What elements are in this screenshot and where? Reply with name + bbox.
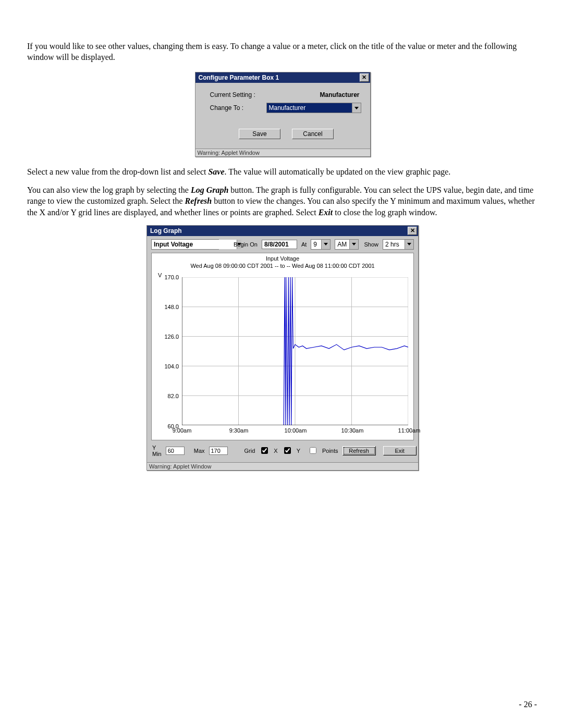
page-number: - 26 -	[519, 700, 537, 709]
paragraph-loggraph: You can also view the log graph by selec…	[27, 184, 538, 217]
ymax-label: Max	[194, 448, 205, 454]
points-checkbox[interactable]	[310, 447, 316, 454]
hour-dropdown[interactable]	[311, 239, 331, 250]
dropdown-arrow-icon[interactable]	[321, 240, 330, 249]
exit-button[interactable]: Exit	[383, 446, 417, 455]
dialog-titlebar: Log Graph ✕	[147, 226, 418, 236]
x-tick-label: 11:00am	[398, 427, 421, 434]
ampm-dropdown[interactable]	[335, 239, 359, 250]
change-to-dropdown[interactable]	[266, 103, 361, 113]
show-range-input[interactable]	[383, 240, 405, 249]
save-button[interactable]: Save	[239, 129, 280, 139]
close-icon[interactable]: ✕	[360, 73, 369, 82]
points-label: Points	[322, 448, 338, 454]
begin-date-input[interactable]	[262, 240, 297, 249]
chart-subtitle: Wed Aug 08 09:00:00 CDT 2001 -- to -- We…	[152, 263, 413, 269]
dialog-titlebar: Configure Parameter Box 1 ✕	[195, 72, 370, 83]
dropdown-arrow-icon[interactable]	[405, 240, 413, 249]
x-tick-label: 9:00am	[173, 427, 192, 434]
y-tick-label: 170.0	[156, 274, 179, 280]
log-graph-dialog: Log Graph ✕ Begin On At Show	[146, 225, 419, 471]
applet-warning: Warning: Applet Window	[195, 149, 370, 156]
paragraph-save: Select a new value from the drop-down li…	[27, 166, 538, 177]
y-tick-label: 126.0	[156, 334, 179, 340]
grid-x-checkbox[interactable]	[261, 447, 268, 454]
show-label: Show	[364, 241, 378, 248]
ymin-input[interactable]	[166, 447, 185, 455]
parameter-dropdown[interactable]	[151, 239, 219, 250]
x-tick-label: 9:30am	[229, 427, 249, 434]
show-range-dropdown[interactable]	[383, 239, 414, 250]
chart-title: Input Voltage	[152, 255, 413, 262]
ymax-input[interactable]	[209, 447, 228, 455]
change-to-input[interactable]	[267, 103, 352, 113]
applet-warning: Warning: Applet Window	[147, 462, 418, 470]
grid-y-checkbox[interactable]	[284, 447, 291, 454]
begin-on-label: Begin On	[234, 241, 258, 248]
grid-label: Grid	[244, 448, 255, 454]
current-setting-value: Manufacturer	[320, 91, 362, 98]
chart-area: Input Voltage Wed Aug 08 09:00:00 CDT 20…	[151, 253, 414, 440]
at-label: At	[301, 241, 307, 248]
configure-parameter-dialog: Configure Parameter Box 1 ✕ Current Sett…	[195, 72, 371, 157]
x-tick-label: 10:00am	[285, 427, 307, 434]
x-tick-label: 10:30am	[341, 427, 364, 434]
y-tick-label: 104.0	[156, 363, 179, 369]
ymin-label: Y Min	[152, 445, 162, 457]
cancel-button[interactable]: Cancel	[292, 129, 334, 139]
parameter-input[interactable]	[152, 240, 237, 249]
dropdown-arrow-icon[interactable]	[352, 103, 361, 113]
grid-x-label: X	[274, 448, 277, 454]
paragraph-intro: If you would like to see other values, c…	[27, 41, 538, 63]
refresh-button[interactable]: Refresh	[342, 446, 376, 455]
change-to-label: Change To :	[210, 104, 266, 112]
dialog-title: Configure Parameter Box 1	[199, 74, 279, 81]
close-icon[interactable]: ✕	[408, 227, 417, 235]
y-tick-label: 82.0	[156, 393, 179, 399]
grid-y-label: Y	[297, 448, 300, 454]
y-tick-label: 148.0	[156, 304, 179, 310]
current-setting-label: Current Setting :	[210, 91, 266, 98]
ampm-input[interactable]	[335, 240, 349, 249]
chart-plot	[182, 277, 408, 425]
dialog-title: Log Graph	[150, 227, 182, 235]
dropdown-arrow-icon[interactable]	[349, 240, 358, 249]
hour-input[interactable]	[311, 240, 321, 249]
